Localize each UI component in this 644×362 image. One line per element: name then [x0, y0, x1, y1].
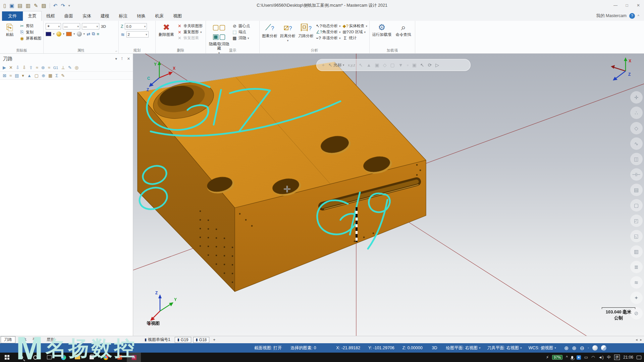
viewsheet-tab-g18[interactable]: ▮ G18	[193, 337, 210, 343]
insert-arrow-icon[interactable]: ▢	[35, 73, 39, 78]
edge-button[interactable]	[56, 353, 70, 362]
regen-selected-icon[interactable]: ⇩	[16, 65, 19, 70]
move-down-icon[interactable]: ▾	[22, 73, 24, 78]
section-view-status[interactable]: 截面视图: 打开	[254, 345, 282, 351]
dimension-mode-toggle[interactable]: 3D	[432, 346, 437, 350]
check-solid-button[interactable]: ◆?实体检查▾	[342, 23, 367, 28]
tplane-selector[interactable]: 刀具平面: 右视图	[487, 345, 519, 351]
quick-access-more-icon[interactable]: ▾	[68, 4, 70, 7]
endpoint-button[interactable]: ⬚端点	[232, 29, 250, 35]
copy-button[interactable]: ⎘复制	[19, 29, 41, 35]
spline-snap-icon[interactable]: ∿	[630, 137, 643, 150]
edit-icon[interactable]: ✎	[61, 73, 65, 78]
tab-model-prep[interactable]: 建模	[96, 11, 114, 21]
analyze-toolpath-button[interactable]: 回? 刀路分析	[298, 22, 314, 48]
tray-app-icon[interactable]: ★	[577, 355, 581, 360]
plane-icon[interactable]: ▤	[630, 184, 643, 196]
microphone-icon[interactable]	[571, 356, 573, 359]
graphics-viewport[interactable]: Y X Z C X Z Z	[133, 54, 644, 336]
match-attributes-icon[interactable]: ⧉	[92, 31, 95, 37]
polygon-select-icon[interactable]: ▣	[412, 62, 417, 68]
blank-button[interactable]: ▩消隐▾	[232, 36, 250, 41]
move-up-icon[interactable]: ▲	[27, 73, 32, 78]
unselect-all-icon[interactable]: ✕	[9, 65, 13, 70]
tab-solids[interactable]: 实体	[78, 11, 96, 21]
help-circle-icon[interactable]: ◎	[75, 65, 78, 70]
tab-toolpaths[interactable]: 刀路	[1, 336, 15, 343]
battery-indicator[interactable]: 97%	[552, 355, 562, 360]
box-snap-icon[interactable]: ◫	[630, 153, 643, 165]
surface-color-swatch[interactable]	[66, 32, 72, 36]
add-viewsheet-button[interactable]: +	[211, 338, 217, 342]
machine-sim-icon[interactable]: ⊛	[41, 65, 45, 70]
scroll-insert-icon[interactable]: ⊕	[42, 73, 45, 78]
point-snap-icon[interactable]: ∴	[630, 107, 643, 119]
validate-select-icon[interactable]: ↖	[420, 62, 424, 68]
undo-icon[interactable]: ↶	[53, 3, 58, 9]
attributes-panel-icon[interactable]: ≡	[97, 32, 99, 37]
tab-wireframe[interactable]: 线框	[42, 11, 60, 21]
paste-button[interactable]: ⎘ 粘贴	[2, 22, 17, 48]
close-button[interactable]: ✕	[633, 0, 644, 11]
selection-mode-icon[interactable]: ⌖	[322, 62, 325, 68]
list-icon[interactable]: ≣	[630, 261, 643, 273]
minimize-button[interactable]: —	[610, 0, 621, 11]
wireframe-color-swatch[interactable]	[46, 32, 51, 36]
shaded-view-button[interactable]	[588, 347, 589, 349]
solid-color-swatch[interactable]	[56, 32, 61, 37]
end-select-icon[interactable]: ▷	[435, 62, 439, 68]
tab-transform[interactable]: 转换	[132, 11, 150, 21]
outline-view-icon[interactable]: ⊖	[580, 345, 584, 351]
grid-icon[interactable]: ▥	[630, 245, 643, 258]
cut-button[interactable]: ✂剪切	[19, 23, 41, 28]
solid-model[interactable]	[138, 62, 426, 292]
redo-select-icon[interactable]: ⟳	[428, 62, 432, 68]
new-file-icon[interactable]: ▯	[3, 3, 6, 9]
cortana-button[interactable]	[28, 353, 42, 362]
screenshot-button[interactable]: ◉屏幕截图	[19, 36, 41, 41]
select-all-operations-icon[interactable]: ▶	[3, 65, 6, 70]
attributes-dialog-launcher-icon[interactable]: ⌐	[116, 49, 117, 53]
backplot-icon[interactable]: ≈	[48, 65, 50, 70]
select-solid-icon[interactable]: ◇	[383, 62, 387, 68]
maximize-button[interactable]: □	[621, 0, 633, 11]
notification-center-icon[interactable]	[637, 356, 641, 359]
select-face-icon[interactable]: ▣	[375, 62, 379, 68]
delete-entity-button[interactable]: ✖ 删除图素	[158, 22, 175, 48]
only-display-icon[interactable]: ▦	[48, 73, 52, 78]
translucent-view-icon[interactable]	[601, 345, 606, 351]
run-addin-button[interactable]: ⚙ 运行加载项	[372, 22, 392, 48]
viewsheet-tab-g19[interactable]: ▮ G19	[175, 337, 191, 343]
my-mastercam-link[interactable]: 我的 Mastercam	[596, 13, 627, 19]
wcs-selector[interactable]: WCS: 俯视图	[529, 345, 553, 351]
tab-drafting[interactable]: 标注	[114, 11, 132, 21]
viewsheet-tab-1[interactable]: ▮ 视图单编号1	[142, 337, 173, 343]
analyze-dynamic-button[interactable]: ↖?动态分析▾	[316, 23, 341, 28]
store-button[interactable]	[85, 353, 99, 362]
delete-non-associative-button[interactable]: ✕非关联图形	[177, 23, 203, 28]
delete-duplicates-button[interactable]: ⨯重复图形▾	[177, 29, 203, 35]
verify-icon[interactable]: ≈	[36, 65, 38, 70]
tab-view[interactable]: 视图	[168, 11, 186, 21]
center-point-button[interactable]: ⊘圆心点	[232, 23, 250, 28]
chrome-button[interactable]	[99, 353, 113, 362]
line-style-combo[interactable]: —▾	[63, 23, 80, 29]
tab-machine[interactable]: 机床	[150, 11, 168, 21]
set-attributes-icon[interactable]: ⇄	[87, 32, 90, 37]
sum-icon[interactable]: Σ	[55, 73, 58, 78]
tab-levels[interactable]: 层别	[44, 337, 58, 343]
analyze-angle-button[interactable]: ∠?角度分析▾	[316, 29, 341, 35]
section-front-icon[interactable]: ◰	[630, 215, 643, 227]
post-g1-icon[interactable]: G1	[53, 66, 58, 70]
select-drafting-icon[interactable]: ▼	[398, 62, 403, 68]
midpoint-snap-icon[interactable]: ⊣⊢	[630, 168, 643, 181]
toolpaths-tree-area[interactable]	[0, 80, 133, 336]
analyze-entity-button[interactable]: ⟋? 图素分析	[262, 22, 278, 48]
levels-icon[interactable]: ≋	[630, 276, 643, 289]
edit-file-icon[interactable]: ✎	[34, 3, 38, 9]
hide-unhide-button[interactable]: ▢▢▣▢ 隐藏/取消隐藏 ▾	[208, 22, 230, 48]
volume-icon[interactable]: ◄)	[598, 355, 604, 360]
toolpath-lock-icon[interactable]: ⊥	[61, 65, 65, 70]
hidden-wireframe-icon[interactable]: ⊕	[572, 345, 576, 351]
window-select-icon[interactable]: ▫	[407, 62, 409, 68]
